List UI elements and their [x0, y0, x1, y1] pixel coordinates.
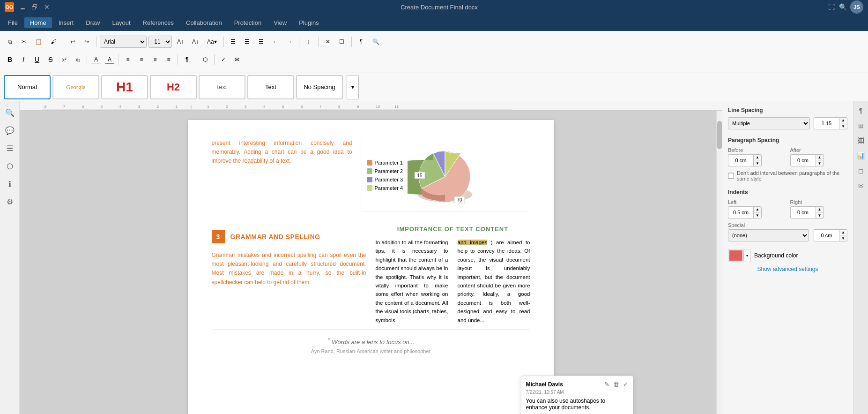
right-indent-down-button[interactable]: ▼: [816, 212, 824, 218]
para-mark-button[interactable]: ¶: [355, 36, 367, 48]
navigation-panel-button[interactable]: ☰: [2, 141, 17, 156]
vertical-scrollbar[interactable]: [716, 111, 722, 414]
menu-layout[interactable]: Layout: [107, 17, 136, 28]
right-indent-up-button[interactable]: ▲: [816, 206, 824, 212]
plugins-panel-button[interactable]: ⬡: [2, 158, 17, 173]
fill-color-button[interactable]: ⬡: [199, 53, 211, 66]
style-text-lower[interactable]: text: [199, 75, 245, 99]
paste-button[interactable]: 📋: [32, 36, 45, 48]
subscript-button[interactable]: x₂: [72, 53, 84, 66]
search-panel-button[interactable]: 🔍: [2, 105, 17, 120]
justify-button[interactable]: ≡: [163, 53, 175, 66]
menu-insert[interactable]: Insert: [53, 17, 80, 28]
highlight-button[interactable]: A: [90, 53, 102, 66]
para-settings-button[interactable]: ¶: [181, 53, 193, 66]
menu-draw[interactable]: Draw: [80, 17, 105, 28]
text-box-button[interactable]: ☐: [336, 36, 348, 48]
close-button[interactable]: ✕: [43, 3, 51, 11]
after-spacing-down-button[interactable]: ▼: [816, 160, 824, 166]
bold-button[interactable]: B: [4, 53, 16, 66]
increase-font-button[interactable]: A↑: [174, 36, 187, 48]
numbered-list-button[interactable]: ☰: [241, 36, 253, 48]
table-icon-button[interactable]: ⊞: [855, 120, 867, 131]
search-title-button[interactable]: 🔍: [839, 3, 846, 11]
style-dropdown-button[interactable]: ▾: [347, 75, 359, 99]
font-size-select[interactable]: 11 12 14: [148, 36, 172, 48]
cut-button[interactable]: ✂: [18, 36, 30, 48]
clear-format-button[interactable]: ✕: [322, 36, 334, 48]
style-normal[interactable]: Normal: [4, 75, 51, 99]
font-color-button[interactable]: A: [104, 53, 116, 66]
style-text-upper[interactable]: Text: [247, 75, 294, 99]
italic-button[interactable]: I: [17, 53, 30, 66]
mail-merge-icon-button[interactable]: ✉: [855, 180, 867, 191]
spell-check-button[interactable]: ✓: [217, 53, 230, 66]
multilevel-list-button[interactable]: ☰: [255, 36, 267, 48]
clone-format-button[interactable]: 🖌: [47, 36, 59, 48]
background-color-swatch[interactable]: ▾: [728, 249, 750, 262]
style-h1[interactable]: H1: [101, 75, 148, 99]
align-left-button[interactable]: ≡: [122, 53, 134, 66]
dont-add-interval-checkbox[interactable]: [728, 173, 734, 179]
line-spacing-button[interactable]: ↕: [303, 36, 315, 48]
left-indent-down-button[interactable]: ▼: [753, 212, 762, 218]
bullet-list-button[interactable]: ☰: [227, 36, 239, 48]
left-indent-field[interactable]: [728, 206, 753, 218]
menu-home[interactable]: Home: [24, 17, 52, 28]
decrease-indent-button[interactable]: ←: [269, 36, 282, 48]
align-right-button[interactable]: ≡: [149, 53, 161, 66]
comment-delete-button[interactable]: 🗑: [613, 381, 619, 388]
special-size-field[interactable]: [814, 229, 839, 241]
chart-icon-button[interactable]: 📊: [855, 150, 867, 161]
menu-view[interactable]: View: [268, 17, 292, 28]
superscript-button[interactable]: x²: [58, 53, 70, 66]
comment-resolve-button[interactable]: ✓: [623, 381, 628, 388]
menu-plugins[interactable]: Plugins: [293, 17, 325, 28]
restore-button[interactable]: 🗗: [31, 3, 38, 11]
line-spacing-type-select[interactable]: Multiple Single 1.5 lines Double: [728, 117, 810, 129]
style-no-spacing[interactable]: No Spacing: [296, 75, 343, 99]
special-size-up-button[interactable]: ▲: [839, 229, 847, 235]
copy-button[interactable]: ⧉: [4, 36, 16, 48]
image-icon-button[interactable]: 🖼: [855, 135, 867, 146]
strikethrough-button[interactable]: S: [45, 53, 57, 66]
email-button[interactable]: ✉: [231, 53, 243, 66]
right-indent-field[interactable]: [790, 206, 816, 218]
before-spacing-up-button[interactable]: ▲: [753, 154, 762, 160]
user-avatar[interactable]: JS: [850, 0, 863, 14]
comments-panel-button[interactable]: 💬: [2, 123, 17, 138]
info-panel-button[interactable]: ℹ: [2, 176, 17, 191]
menu-file[interactable]: File: [2, 17, 23, 28]
track-changes-button[interactable]: 🔍: [369, 36, 383, 48]
background-color-dropdown[interactable]: ▾: [743, 250, 750, 261]
redo-button[interactable]: ↪: [81, 36, 93, 48]
special-size-down-button[interactable]: ▼: [839, 235, 847, 241]
increase-indent-button[interactable]: →: [283, 36, 296, 48]
shapes-icon-button[interactable]: ◻: [855, 165, 867, 176]
after-spacing-field[interactable]: [790, 154, 816, 166]
scroll-thumb[interactable]: [717, 121, 722, 149]
font-family-select[interactable]: Arial Georgia Times New Roman: [100, 36, 147, 48]
left-indent-up-button[interactable]: ▲: [753, 206, 762, 212]
style-h2[interactable]: H2: [150, 75, 197, 99]
paragraph-settings-icon-button[interactable]: ¶: [855, 105, 867, 116]
menu-protection[interactable]: Protection: [229, 17, 267, 28]
special-type-select[interactable]: (none) First line Hanging: [728, 229, 809, 241]
underline-button[interactable]: U: [31, 53, 43, 66]
before-spacing-field[interactable]: [728, 154, 753, 166]
settings-panel-button[interactable]: ⚙: [2, 194, 17, 209]
comment-edit-button[interactable]: ✎: [604, 381, 609, 388]
document-scroll[interactable]: present interesting information concisel…: [20, 111, 722, 414]
show-advanced-settings-link[interactable]: Show advanced settings: [728, 266, 847, 272]
align-center-button[interactable]: ≡: [135, 53, 148, 66]
style-georgia[interactable]: Georgia: [52, 75, 99, 99]
minimize-button[interactable]: 🗕: [19, 3, 26, 11]
line-spacing-up-button[interactable]: ▲: [839, 117, 847, 123]
fullscreen-button[interactable]: ⛶: [828, 3, 835, 11]
decrease-font-button[interactable]: A↓: [189, 36, 202, 48]
menu-references[interactable]: References: [137, 17, 179, 28]
line-spacing-value-field[interactable]: [814, 117, 839, 129]
change-case-button[interactable]: Aa▾: [204, 36, 220, 48]
after-spacing-up-button[interactable]: ▲: [816, 154, 824, 160]
menu-collaboration[interactable]: Collaboration: [180, 17, 228, 28]
